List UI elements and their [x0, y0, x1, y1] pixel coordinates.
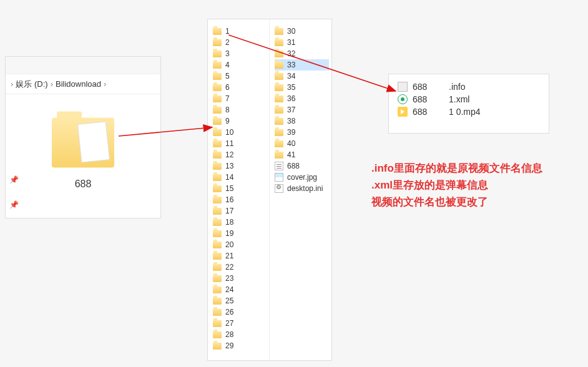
folder-item[interactable]: 16	[213, 194, 267, 205]
item-label: 34	[287, 72, 295, 81]
file-list: 688.info6881.xml6881 0.mp4	[398, 81, 540, 118]
folder-item[interactable]: 32	[275, 48, 329, 59]
item-label: 12	[225, 150, 233, 159]
folder-item[interactable]: 33	[275, 59, 329, 71]
ini-file-icon	[275, 184, 283, 193]
folder-item[interactable]: 26	[213, 306, 267, 318]
folder-item[interactable]: 12	[213, 149, 267, 160]
folder-icon	[213, 275, 222, 282]
folder-item[interactable]: 21	[213, 250, 267, 262]
folder-item[interactable]: 13	[213, 160, 267, 172]
item-label: 21	[225, 252, 233, 260]
item-label: 16	[225, 195, 233, 204]
img-file-icon	[275, 173, 283, 182]
folder-item[interactable]: 24	[213, 284, 267, 295]
item-label: 9	[225, 117, 230, 125]
item-label: 10	[225, 128, 233, 137]
folder-item[interactable]: 6	[213, 82, 267, 93]
folder-item[interactable]: 40	[275, 138, 329, 149]
folder-icon	[275, 39, 283, 46]
item-label: desktop.ini	[287, 184, 323, 193]
folder-item[interactable]: 8	[213, 104, 267, 115]
folder-item[interactable]: 15	[213, 183, 267, 194]
folder-item[interactable]: 4	[213, 59, 267, 71]
breadcrumb-part-folder[interactable]: Bilidownload	[56, 79, 101, 89]
item-label: 37	[287, 105, 295, 114]
folder-item[interactable]: 37	[275, 104, 329, 115]
folder-item[interactable]: 10	[213, 127, 267, 138]
file-item[interactable]: 688.info	[398, 81, 540, 93]
folder-item[interactable]: 3	[213, 48, 267, 59]
folder-item[interactable]: 23	[213, 273, 267, 284]
item-label: 27	[225, 319, 233, 328]
folder-icon	[213, 343, 222, 350]
folder-item[interactable]: 36	[275, 93, 329, 104]
folder-item[interactable]: 31	[275, 37, 329, 48]
folder-item[interactable]: 38	[275, 115, 329, 127]
folder-item[interactable]: 39	[275, 127, 329, 138]
item-label: 28	[225, 330, 233, 339]
folder-item[interactable]: 2	[213, 37, 267, 48]
file-item[interactable]: 688	[275, 160, 329, 172]
folder-item[interactable]: 1	[213, 26, 267, 37]
item-label: 20	[225, 240, 233, 249]
file-item[interactable]: 6881.xml	[398, 93, 540, 105]
file-name: 688	[413, 82, 444, 92]
chevron-right-icon: ›	[51, 79, 53, 89]
file-item[interactable]: cover.jpg	[275, 172, 329, 183]
pin-icon: 📌	[9, 175, 19, 184]
folder-item[interactable]: 20	[213, 239, 267, 250]
folder-item[interactable]: 7	[213, 93, 267, 104]
folder-item[interactable]: 17	[213, 205, 267, 217]
folder-item[interactable]: 27	[213, 318, 267, 329]
file-ext: .info	[449, 82, 465, 92]
item-label: 35	[287, 83, 295, 92]
folder-item[interactable]: 30	[275, 26, 329, 37]
folder-icon	[275, 62, 283, 69]
folder-icon	[213, 174, 222, 181]
info-file-icon	[398, 82, 408, 92]
breadcrumb-part-drive[interactable]: 娱乐 (D:)	[16, 79, 47, 90]
folder-item[interactable]: 25	[213, 295, 267, 306]
file-name: 688	[413, 94, 444, 104]
folder-icon	[213, 28, 222, 35]
folder-item[interactable]: 9	[213, 115, 267, 127]
folder-item[interactable]: 29	[213, 340, 267, 351]
folder-icon	[213, 197, 222, 203]
item-label: 29	[225, 341, 233, 350]
folder-item[interactable]: 14	[213, 172, 267, 183]
folder-item[interactable]: 5	[213, 71, 267, 82]
chevron-right-icon: ›	[104, 79, 106, 89]
item-label: 33	[287, 61, 295, 69]
file-item[interactable]: 6881 0.mp4	[398, 105, 540, 118]
breadcrumb[interactable]: › 娱乐 (D:) › Bilidownload ›	[6, 74, 160, 94]
mp4-file-icon	[398, 107, 408, 117]
folder-item[interactable]: 22	[213, 262, 267, 273]
item-label: 11	[225, 139, 233, 148]
folder-icon	[275, 140, 283, 147]
file-name: 688	[413, 107, 444, 117]
folder-item[interactable]: 35	[275, 82, 329, 93]
folder-icon	[213, 118, 222, 125]
folder-icon	[213, 253, 222, 260]
file-item[interactable]: desktop.ini	[275, 183, 329, 194]
folder-item[interactable]: 11	[213, 138, 267, 149]
folder-item[interactable]: 688	[52, 117, 114, 189]
annotation-line: 视频的文件名也被更改了	[371, 193, 584, 210]
folder-icon	[213, 140, 222, 147]
file-column-right: 303132333435363738394041688cover.jpgdesk…	[270, 19, 331, 360]
file-column-left: 1234567891011121314151617181920212223242…	[208, 19, 270, 360]
item-label: 18	[225, 218, 233, 227]
item-label: 7	[225, 94, 230, 103]
file-ext: 1.xml	[449, 94, 469, 104]
folder-icon	[213, 51, 222, 57]
folder-item[interactable]: 19	[213, 228, 267, 239]
folder-icon	[213, 298, 222, 305]
folder-item[interactable]: 34	[275, 71, 329, 82]
item-label: 32	[287, 49, 295, 58]
folder-item[interactable]: 18	[213, 217, 267, 228]
explorer-pane-contents: 688.info6881.xml6881 0.mp4	[388, 74, 549, 134]
folder-item[interactable]: 28	[213, 329, 267, 340]
folder-item[interactable]: 41	[275, 149, 329, 160]
item-label: 36	[287, 94, 295, 103]
